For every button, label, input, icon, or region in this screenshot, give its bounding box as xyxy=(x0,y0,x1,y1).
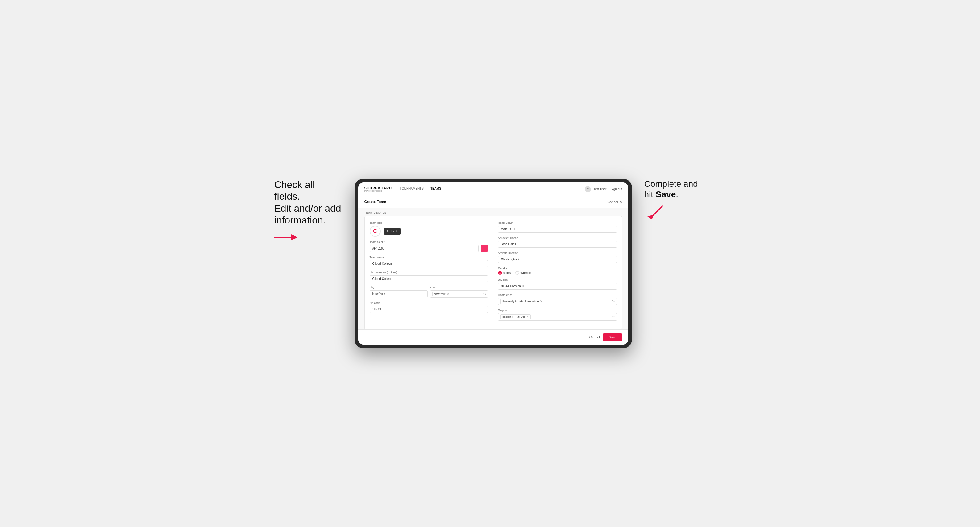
region-label: Region xyxy=(498,309,617,312)
svg-marker-3 xyxy=(648,215,654,219)
sign-out-link[interactable]: Sign out xyxy=(611,187,622,191)
team-logo-label: Team logo xyxy=(370,221,488,224)
team-logo-group: Team logo C Upload xyxy=(370,221,488,237)
gender-group: Gender Mens Womens xyxy=(498,267,617,275)
nav-user: Test User | xyxy=(593,187,608,191)
state-select-arrows: ⌃▾ xyxy=(482,293,486,295)
head-coach-group: Head Coach xyxy=(498,221,617,233)
team-name-input[interactable] xyxy=(370,260,488,267)
team-colour-group: Team colour xyxy=(370,240,488,252)
display-name-group: Display name (unique) xyxy=(370,271,488,282)
logo-upload-area: C Upload xyxy=(370,225,488,237)
region-tag-left: Region II - (M) DIII ✕ xyxy=(500,314,531,319)
avatar: T xyxy=(585,186,591,192)
form-header: Create Team Cancel ✕ xyxy=(358,196,628,208)
team-name-label: Team name xyxy=(370,256,488,259)
close-icon: ✕ xyxy=(619,200,622,204)
header-cancel-link[interactable]: Cancel ✕ xyxy=(607,200,622,204)
logo-sub: Powered by clippd xyxy=(364,190,392,192)
city-state-row: City State New York xyxy=(370,286,488,298)
form-wrapper: Create Team Cancel ✕ TEAM DETAILS xyxy=(358,196,628,344)
nav-link-teams[interactable]: TEAMS xyxy=(430,187,442,191)
svg-marker-1 xyxy=(291,234,298,240)
zip-label: Zip code xyxy=(370,302,488,305)
team-colour-input[interactable] xyxy=(370,245,479,252)
display-name-label: Display name (unique) xyxy=(370,271,488,274)
region-tag: Region II - (M) DIII ✕ xyxy=(500,314,531,319)
annotation-left: Check all fields. Edit and/or add inform… xyxy=(274,179,342,246)
athletic-director-input[interactable] xyxy=(498,256,617,263)
chevron-down-icon: ⌃▾ xyxy=(482,293,486,295)
division-label: Division xyxy=(498,278,617,281)
conference-select[interactable]: University Athletic Association ✕ ⌃▾ xyxy=(498,298,617,305)
gender-label: Gender xyxy=(498,267,617,270)
head-coach-label: Head Coach xyxy=(498,221,617,224)
state-tag-remove[interactable]: ✕ xyxy=(447,292,449,295)
conference-label: Conference xyxy=(498,294,617,297)
womens-label: Womens xyxy=(520,271,532,275)
city-group: City xyxy=(370,286,428,298)
state-select[interactable]: New York ✕ ⌃▾ xyxy=(430,290,488,298)
gender-radio-group: Mens Womens xyxy=(498,271,617,275)
city-input[interactable] xyxy=(370,290,428,297)
zip-input[interactable] xyxy=(370,306,488,313)
city-label: City xyxy=(370,286,428,289)
annotation-line1: Check all fields. xyxy=(274,179,342,203)
section-header: TEAM DETAILS xyxy=(358,208,628,216)
save-button[interactable]: Save xyxy=(603,333,622,341)
form-footer: Cancel Save xyxy=(358,329,628,344)
city-state-group: City State New York xyxy=(370,286,488,298)
upload-button[interactable]: Upload xyxy=(384,228,401,235)
mens-radio-button[interactable] xyxy=(498,271,502,275)
region-select[interactable]: Region II - (M) DIII ✕ ⌃▾ xyxy=(498,313,617,321)
tablet-device: SCOREBOARD Powered by clippd TOURNAMENTS… xyxy=(355,179,632,348)
nav-right: T Test User | Sign out xyxy=(585,186,622,192)
division-group: Division NCAA Division III xyxy=(498,278,617,290)
assistant-coach-input[interactable] xyxy=(498,241,617,248)
form-body: Team logo C Upload Team colour xyxy=(364,216,622,329)
athletic-director-group: Athletic Director xyxy=(498,251,617,263)
state-label: State xyxy=(430,286,488,289)
annotation-right-text: Complete and hit Save. xyxy=(644,179,698,199)
division-select[interactable]: NCAA Division III xyxy=(498,283,617,290)
logo-circle: C xyxy=(370,225,381,237)
state-tag-left: New York ✕ xyxy=(432,292,451,297)
color-swatch[interactable] xyxy=(480,245,488,252)
form-left-column: Team logo C Upload Team colour xyxy=(365,216,493,329)
region-chevron-icon: ⌃▾ xyxy=(611,316,615,318)
head-coach-input[interactable] xyxy=(498,225,617,233)
annotation-line2: Edit and/or add xyxy=(274,203,342,214)
region-tag-remove[interactable]: ✕ xyxy=(526,315,529,318)
tablet-screen: SCOREBOARD Powered by clippd TOURNAMENTS… xyxy=(358,183,628,344)
conference-chevron-icon: ⌃▾ xyxy=(611,300,615,303)
display-name-input[interactable] xyxy=(370,275,488,282)
annotation-right: Complete and hit Save. xyxy=(644,179,706,229)
gender-mens-option[interactable]: Mens xyxy=(498,271,511,275)
athletic-director-label: Athletic Director xyxy=(498,251,617,254)
nav-bar: SCOREBOARD Powered by clippd TOURNAMENTS… xyxy=(358,183,628,196)
right-arrow-icon xyxy=(644,203,669,222)
form-right-column: Head Coach Assistant Coach Athletic Dire… xyxy=(493,216,622,329)
nav-link-tournaments[interactable]: TOURNAMENTS xyxy=(399,187,424,191)
zip-code-group: Zip code xyxy=(370,302,488,313)
conference-group: Conference University Athletic Associati… xyxy=(498,294,617,305)
annotation-line3: information. xyxy=(274,214,342,226)
logo-area: SCOREBOARD Powered by clippd xyxy=(364,186,392,192)
conference-arrows: ⌃▾ xyxy=(611,300,615,303)
team-colour-label: Team colour xyxy=(370,240,488,243)
conference-tag-left: University Athletic Association ✕ xyxy=(500,299,544,304)
cancel-button[interactable]: Cancel xyxy=(589,335,600,339)
region-group: Region Region II - (M) DIII ✕ ⌃▾ xyxy=(498,309,617,321)
womens-radio-button[interactable] xyxy=(515,271,519,275)
nav-links: TOURNAMENTS TEAMS xyxy=(399,187,578,191)
assistant-coach-label: Assistant Coach xyxy=(498,237,617,240)
assistant-coach-group: Assistant Coach xyxy=(498,237,617,248)
state-tag: New York ✕ xyxy=(432,292,451,297)
left-arrow-icon xyxy=(274,231,299,243)
form-title: Create Team xyxy=(364,200,386,204)
mens-label: Mens xyxy=(503,271,511,275)
gender-womens-option[interactable]: Womens xyxy=(515,271,532,275)
logo-title: SCOREBOARD xyxy=(364,186,392,190)
conference-tag-remove[interactable]: ✕ xyxy=(540,300,542,303)
color-input-row xyxy=(370,245,488,252)
